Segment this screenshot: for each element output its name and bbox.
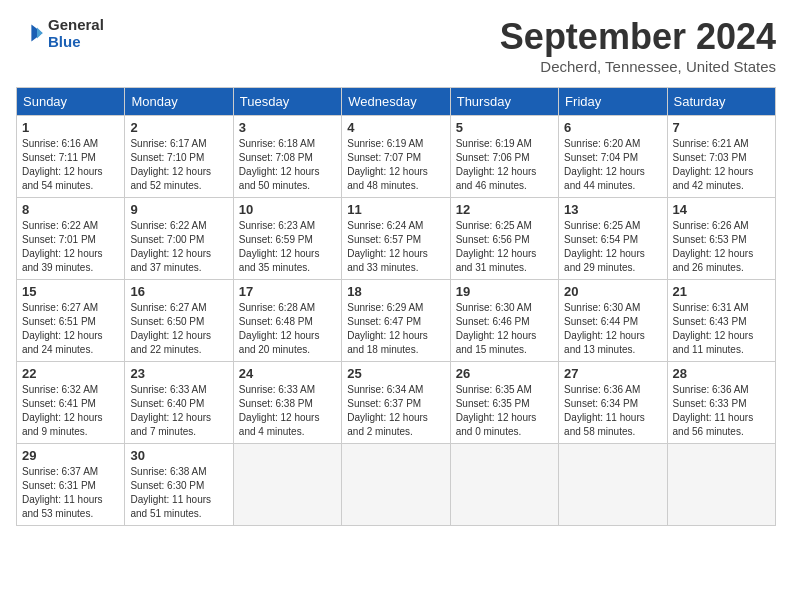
page-header: GeneralBlue September 2024 Decherd, Tenn… bbox=[16, 16, 776, 75]
calendar-day-cell: 13Sunrise: 6:25 AM Sunset: 6:54 PM Dayli… bbox=[559, 198, 667, 280]
day-number: 22 bbox=[22, 366, 119, 381]
logo-text: GeneralBlue bbox=[48, 16, 104, 50]
day-number: 6 bbox=[564, 120, 661, 135]
calendar-week-row: 1Sunrise: 6:16 AM Sunset: 7:11 PM Daylig… bbox=[17, 116, 776, 198]
day-info: Sunrise: 6:34 AM Sunset: 6:37 PM Dayligh… bbox=[347, 383, 444, 439]
day-number: 15 bbox=[22, 284, 119, 299]
weekday-header: Friday bbox=[559, 88, 667, 116]
title-block: September 2024 Decherd, Tennessee, Unite… bbox=[500, 16, 776, 75]
day-number: 14 bbox=[673, 202, 770, 217]
calendar-day-cell bbox=[667, 444, 775, 526]
day-number: 8 bbox=[22, 202, 119, 217]
calendar-day-cell bbox=[559, 444, 667, 526]
calendar-day-cell bbox=[450, 444, 558, 526]
day-info: Sunrise: 6:29 AM Sunset: 6:47 PM Dayligh… bbox=[347, 301, 444, 357]
day-number: 11 bbox=[347, 202, 444, 217]
calendar-day-cell: 5Sunrise: 6:19 AM Sunset: 7:06 PM Daylig… bbox=[450, 116, 558, 198]
day-number: 29 bbox=[22, 448, 119, 463]
day-info: Sunrise: 6:20 AM Sunset: 7:04 PM Dayligh… bbox=[564, 137, 661, 193]
calendar-day-cell: 16Sunrise: 6:27 AM Sunset: 6:50 PM Dayli… bbox=[125, 280, 233, 362]
calendar-week-row: 22Sunrise: 6:32 AM Sunset: 6:41 PM Dayli… bbox=[17, 362, 776, 444]
day-number: 7 bbox=[673, 120, 770, 135]
day-number: 20 bbox=[564, 284, 661, 299]
day-number: 5 bbox=[456, 120, 553, 135]
day-number: 12 bbox=[456, 202, 553, 217]
calendar-day-cell: 7Sunrise: 6:21 AM Sunset: 7:03 PM Daylig… bbox=[667, 116, 775, 198]
calendar-day-cell: 8Sunrise: 6:22 AM Sunset: 7:01 PM Daylig… bbox=[17, 198, 125, 280]
calendar-day-cell: 28Sunrise: 6:36 AM Sunset: 6:33 PM Dayli… bbox=[667, 362, 775, 444]
weekday-header: Sunday bbox=[17, 88, 125, 116]
calendar-day-cell: 30Sunrise: 6:38 AM Sunset: 6:30 PM Dayli… bbox=[125, 444, 233, 526]
day-info: Sunrise: 6:17 AM Sunset: 7:10 PM Dayligh… bbox=[130, 137, 227, 193]
day-info: Sunrise: 6:26 AM Sunset: 6:53 PM Dayligh… bbox=[673, 219, 770, 275]
weekday-header: Wednesday bbox=[342, 88, 450, 116]
day-number: 9 bbox=[130, 202, 227, 217]
day-info: Sunrise: 6:28 AM Sunset: 6:48 PM Dayligh… bbox=[239, 301, 336, 357]
day-info: Sunrise: 6:33 AM Sunset: 6:40 PM Dayligh… bbox=[130, 383, 227, 439]
location: Decherd, Tennessee, United States bbox=[500, 58, 776, 75]
day-number: 2 bbox=[130, 120, 227, 135]
weekday-header: Monday bbox=[125, 88, 233, 116]
calendar-day-cell bbox=[233, 444, 341, 526]
day-number: 27 bbox=[564, 366, 661, 381]
calendar-day-cell bbox=[342, 444, 450, 526]
day-info: Sunrise: 6:37 AM Sunset: 6:31 PM Dayligh… bbox=[22, 465, 119, 521]
day-info: Sunrise: 6:22 AM Sunset: 7:01 PM Dayligh… bbox=[22, 219, 119, 275]
day-info: Sunrise: 6:25 AM Sunset: 6:56 PM Dayligh… bbox=[456, 219, 553, 275]
weekday-header: Tuesday bbox=[233, 88, 341, 116]
calendar-day-cell: 17Sunrise: 6:28 AM Sunset: 6:48 PM Dayli… bbox=[233, 280, 341, 362]
day-number: 19 bbox=[456, 284, 553, 299]
day-info: Sunrise: 6:30 AM Sunset: 6:46 PM Dayligh… bbox=[456, 301, 553, 357]
day-info: Sunrise: 6:33 AM Sunset: 6:38 PM Dayligh… bbox=[239, 383, 336, 439]
calendar-day-cell: 3Sunrise: 6:18 AM Sunset: 7:08 PM Daylig… bbox=[233, 116, 341, 198]
day-info: Sunrise: 6:36 AM Sunset: 6:34 PM Dayligh… bbox=[564, 383, 661, 439]
weekday-header: Thursday bbox=[450, 88, 558, 116]
day-number: 3 bbox=[239, 120, 336, 135]
calendar-day-cell: 19Sunrise: 6:30 AM Sunset: 6:46 PM Dayli… bbox=[450, 280, 558, 362]
calendar-week-row: 8Sunrise: 6:22 AM Sunset: 7:01 PM Daylig… bbox=[17, 198, 776, 280]
day-number: 30 bbox=[130, 448, 227, 463]
calendar: SundayMondayTuesdayWednesdayThursdayFrid… bbox=[16, 87, 776, 526]
logo-icon bbox=[16, 19, 44, 47]
calendar-day-cell: 20Sunrise: 6:30 AM Sunset: 6:44 PM Dayli… bbox=[559, 280, 667, 362]
calendar-day-cell: 25Sunrise: 6:34 AM Sunset: 6:37 PM Dayli… bbox=[342, 362, 450, 444]
day-info: Sunrise: 6:16 AM Sunset: 7:11 PM Dayligh… bbox=[22, 137, 119, 193]
day-number: 25 bbox=[347, 366, 444, 381]
day-number: 10 bbox=[239, 202, 336, 217]
day-info: Sunrise: 6:23 AM Sunset: 6:59 PM Dayligh… bbox=[239, 219, 336, 275]
calendar-day-cell: 10Sunrise: 6:23 AM Sunset: 6:59 PM Dayli… bbox=[233, 198, 341, 280]
day-number: 1 bbox=[22, 120, 119, 135]
day-number: 13 bbox=[564, 202, 661, 217]
day-info: Sunrise: 6:19 AM Sunset: 7:07 PM Dayligh… bbox=[347, 137, 444, 193]
day-info: Sunrise: 6:38 AM Sunset: 6:30 PM Dayligh… bbox=[130, 465, 227, 521]
calendar-header-row: SundayMondayTuesdayWednesdayThursdayFrid… bbox=[17, 88, 776, 116]
day-number: 21 bbox=[673, 284, 770, 299]
day-info: Sunrise: 6:22 AM Sunset: 7:00 PM Dayligh… bbox=[130, 219, 227, 275]
calendar-day-cell: 9Sunrise: 6:22 AM Sunset: 7:00 PM Daylig… bbox=[125, 198, 233, 280]
calendar-day-cell: 2Sunrise: 6:17 AM Sunset: 7:10 PM Daylig… bbox=[125, 116, 233, 198]
day-info: Sunrise: 6:25 AM Sunset: 6:54 PM Dayligh… bbox=[564, 219, 661, 275]
calendar-day-cell: 26Sunrise: 6:35 AM Sunset: 6:35 PM Dayli… bbox=[450, 362, 558, 444]
day-info: Sunrise: 6:35 AM Sunset: 6:35 PM Dayligh… bbox=[456, 383, 553, 439]
day-number: 16 bbox=[130, 284, 227, 299]
day-number: 24 bbox=[239, 366, 336, 381]
day-info: Sunrise: 6:21 AM Sunset: 7:03 PM Dayligh… bbox=[673, 137, 770, 193]
day-number: 18 bbox=[347, 284, 444, 299]
calendar-day-cell: 11Sunrise: 6:24 AM Sunset: 6:57 PM Dayli… bbox=[342, 198, 450, 280]
calendar-day-cell: 23Sunrise: 6:33 AM Sunset: 6:40 PM Dayli… bbox=[125, 362, 233, 444]
day-info: Sunrise: 6:24 AM Sunset: 6:57 PM Dayligh… bbox=[347, 219, 444, 275]
calendar-day-cell: 22Sunrise: 6:32 AM Sunset: 6:41 PM Dayli… bbox=[17, 362, 125, 444]
day-number: 17 bbox=[239, 284, 336, 299]
day-info: Sunrise: 6:32 AM Sunset: 6:41 PM Dayligh… bbox=[22, 383, 119, 439]
calendar-day-cell: 6Sunrise: 6:20 AM Sunset: 7:04 PM Daylig… bbox=[559, 116, 667, 198]
calendar-day-cell: 12Sunrise: 6:25 AM Sunset: 6:56 PM Dayli… bbox=[450, 198, 558, 280]
day-info: Sunrise: 6:31 AM Sunset: 6:43 PM Dayligh… bbox=[673, 301, 770, 357]
day-number: 26 bbox=[456, 366, 553, 381]
day-number: 28 bbox=[673, 366, 770, 381]
day-info: Sunrise: 6:27 AM Sunset: 6:51 PM Dayligh… bbox=[22, 301, 119, 357]
day-info: Sunrise: 6:19 AM Sunset: 7:06 PM Dayligh… bbox=[456, 137, 553, 193]
logo: GeneralBlue bbox=[16, 16, 104, 50]
weekday-header: Saturday bbox=[667, 88, 775, 116]
calendar-week-row: 15Sunrise: 6:27 AM Sunset: 6:51 PM Dayli… bbox=[17, 280, 776, 362]
calendar-day-cell: 29Sunrise: 6:37 AM Sunset: 6:31 PM Dayli… bbox=[17, 444, 125, 526]
